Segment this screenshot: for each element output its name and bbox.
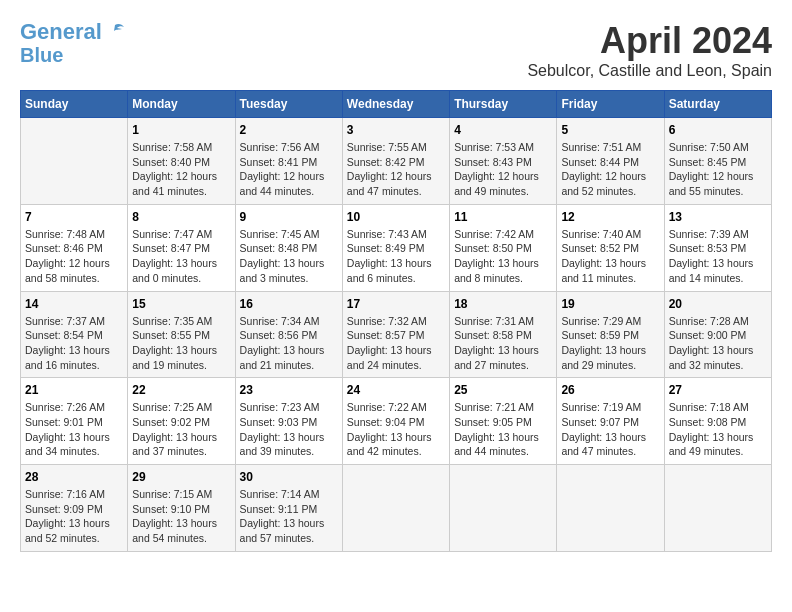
week-row: 28Sunrise: 7:16 AMSunset: 9:09 PMDayligh…: [21, 465, 772, 552]
header-cell-tuesday: Tuesday: [235, 91, 342, 118]
calendar-cell: 8Sunrise: 7:47 AMSunset: 8:47 PMDaylight…: [128, 204, 235, 291]
day-info: Sunrise: 7:23 AMSunset: 9:03 PMDaylight:…: [240, 400, 338, 459]
day-info: Sunrise: 7:43 AMSunset: 8:49 PMDaylight:…: [347, 227, 445, 286]
calendar-cell: 6Sunrise: 7:50 AMSunset: 8:45 PMDaylight…: [664, 118, 771, 205]
day-number: 25: [454, 383, 552, 397]
day-number: 19: [561, 297, 659, 311]
calendar-cell: 12Sunrise: 7:40 AMSunset: 8:52 PMDayligh…: [557, 204, 664, 291]
calendar-cell: [21, 118, 128, 205]
calendar-cell: [664, 465, 771, 552]
calendar-cell: 27Sunrise: 7:18 AMSunset: 9:08 PMDayligh…: [664, 378, 771, 465]
title-block: April 2024 Sebulcor, Castille and Leon, …: [527, 20, 772, 80]
day-number: 27: [669, 383, 767, 397]
calendar-table: SundayMondayTuesdayWednesdayThursdayFrid…: [20, 90, 772, 552]
day-info: Sunrise: 7:51 AMSunset: 8:44 PMDaylight:…: [561, 140, 659, 199]
day-number: 11: [454, 210, 552, 224]
header-cell-friday: Friday: [557, 91, 664, 118]
week-row: 21Sunrise: 7:26 AMSunset: 9:01 PMDayligh…: [21, 378, 772, 465]
calendar-body: 1Sunrise: 7:58 AMSunset: 8:40 PMDaylight…: [21, 118, 772, 552]
calendar-cell: 23Sunrise: 7:23 AMSunset: 9:03 PMDayligh…: [235, 378, 342, 465]
day-info: Sunrise: 7:35 AMSunset: 8:55 PMDaylight:…: [132, 314, 230, 373]
day-number: 13: [669, 210, 767, 224]
day-number: 24: [347, 383, 445, 397]
day-number: 20: [669, 297, 767, 311]
day-number: 14: [25, 297, 123, 311]
day-info: Sunrise: 7:45 AMSunset: 8:48 PMDaylight:…: [240, 227, 338, 286]
header-cell-sunday: Sunday: [21, 91, 128, 118]
calendar-cell: 2Sunrise: 7:56 AMSunset: 8:41 PMDaylight…: [235, 118, 342, 205]
calendar-cell: 21Sunrise: 7:26 AMSunset: 9:01 PMDayligh…: [21, 378, 128, 465]
page-subtitle: Sebulcor, Castille and Leon, Spain: [527, 62, 772, 80]
calendar-header: SundayMondayTuesdayWednesdayThursdayFrid…: [21, 91, 772, 118]
header-cell-saturday: Saturday: [664, 91, 771, 118]
day-info: Sunrise: 7:48 AMSunset: 8:46 PMDaylight:…: [25, 227, 123, 286]
day-number: 26: [561, 383, 659, 397]
calendar-cell: [450, 465, 557, 552]
day-number: 17: [347, 297, 445, 311]
day-info: Sunrise: 7:55 AMSunset: 8:42 PMDaylight:…: [347, 140, 445, 199]
day-info: Sunrise: 7:19 AMSunset: 9:07 PMDaylight:…: [561, 400, 659, 459]
calendar-cell: [342, 465, 449, 552]
calendar-cell: 5Sunrise: 7:51 AMSunset: 8:44 PMDaylight…: [557, 118, 664, 205]
day-info: Sunrise: 7:37 AMSunset: 8:54 PMDaylight:…: [25, 314, 123, 373]
calendar-cell: 24Sunrise: 7:22 AMSunset: 9:04 PMDayligh…: [342, 378, 449, 465]
day-number: 23: [240, 383, 338, 397]
week-row: 7Sunrise: 7:48 AMSunset: 8:46 PMDaylight…: [21, 204, 772, 291]
day-info: Sunrise: 7:26 AMSunset: 9:01 PMDaylight:…: [25, 400, 123, 459]
page-header: General Blue April 2024 Sebulcor, Castil…: [20, 20, 772, 80]
calendar-cell: 26Sunrise: 7:19 AMSunset: 9:07 PMDayligh…: [557, 378, 664, 465]
day-number: 2: [240, 123, 338, 137]
day-number: 4: [454, 123, 552, 137]
calendar-cell: [557, 465, 664, 552]
day-number: 5: [561, 123, 659, 137]
calendar-cell: 15Sunrise: 7:35 AMSunset: 8:55 PMDayligh…: [128, 291, 235, 378]
calendar-cell: 28Sunrise: 7:16 AMSunset: 9:09 PMDayligh…: [21, 465, 128, 552]
day-number: 18: [454, 297, 552, 311]
day-info: Sunrise: 7:22 AMSunset: 9:04 PMDaylight:…: [347, 400, 445, 459]
day-number: 28: [25, 470, 123, 484]
calendar-cell: 16Sunrise: 7:34 AMSunset: 8:56 PMDayligh…: [235, 291, 342, 378]
day-info: Sunrise: 7:56 AMSunset: 8:41 PMDaylight:…: [240, 140, 338, 199]
calendar-cell: 11Sunrise: 7:42 AMSunset: 8:50 PMDayligh…: [450, 204, 557, 291]
week-row: 14Sunrise: 7:37 AMSunset: 8:54 PMDayligh…: [21, 291, 772, 378]
day-number: 8: [132, 210, 230, 224]
day-info: Sunrise: 7:28 AMSunset: 9:00 PMDaylight:…: [669, 314, 767, 373]
day-number: 1: [132, 123, 230, 137]
day-info: Sunrise: 7:40 AMSunset: 8:52 PMDaylight:…: [561, 227, 659, 286]
calendar-cell: 4Sunrise: 7:53 AMSunset: 8:43 PMDaylight…: [450, 118, 557, 205]
day-info: Sunrise: 7:34 AMSunset: 8:56 PMDaylight:…: [240, 314, 338, 373]
logo-bird-icon: [104, 21, 126, 43]
day-number: 22: [132, 383, 230, 397]
day-number: 10: [347, 210, 445, 224]
day-info: Sunrise: 7:18 AMSunset: 9:08 PMDaylight:…: [669, 400, 767, 459]
day-number: 30: [240, 470, 338, 484]
day-info: Sunrise: 7:31 AMSunset: 8:58 PMDaylight:…: [454, 314, 552, 373]
header-cell-wednesday: Wednesday: [342, 91, 449, 118]
calendar-cell: 18Sunrise: 7:31 AMSunset: 8:58 PMDayligh…: [450, 291, 557, 378]
header-cell-monday: Monday: [128, 91, 235, 118]
day-info: Sunrise: 7:21 AMSunset: 9:05 PMDaylight:…: [454, 400, 552, 459]
calendar-cell: 22Sunrise: 7:25 AMSunset: 9:02 PMDayligh…: [128, 378, 235, 465]
day-info: Sunrise: 7:47 AMSunset: 8:47 PMDaylight:…: [132, 227, 230, 286]
logo: General Blue: [20, 20, 126, 66]
calendar-cell: 7Sunrise: 7:48 AMSunset: 8:46 PMDaylight…: [21, 204, 128, 291]
day-info: Sunrise: 7:32 AMSunset: 8:57 PMDaylight:…: [347, 314, 445, 373]
day-info: Sunrise: 7:58 AMSunset: 8:40 PMDaylight:…: [132, 140, 230, 199]
day-number: 29: [132, 470, 230, 484]
header-row: SundayMondayTuesdayWednesdayThursdayFrid…: [21, 91, 772, 118]
logo-line1: General: [20, 19, 102, 44]
logo-text: General: [20, 20, 102, 44]
day-info: Sunrise: 7:29 AMSunset: 8:59 PMDaylight:…: [561, 314, 659, 373]
page-title: April 2024: [527, 20, 772, 62]
day-number: 15: [132, 297, 230, 311]
header-cell-thursday: Thursday: [450, 91, 557, 118]
day-number: 7: [25, 210, 123, 224]
day-info: Sunrise: 7:25 AMSunset: 9:02 PMDaylight:…: [132, 400, 230, 459]
calendar-cell: 1Sunrise: 7:58 AMSunset: 8:40 PMDaylight…: [128, 118, 235, 205]
day-number: 9: [240, 210, 338, 224]
day-info: Sunrise: 7:15 AMSunset: 9:10 PMDaylight:…: [132, 487, 230, 546]
day-number: 16: [240, 297, 338, 311]
day-number: 21: [25, 383, 123, 397]
calendar-cell: 17Sunrise: 7:32 AMSunset: 8:57 PMDayligh…: [342, 291, 449, 378]
day-number: 6: [669, 123, 767, 137]
